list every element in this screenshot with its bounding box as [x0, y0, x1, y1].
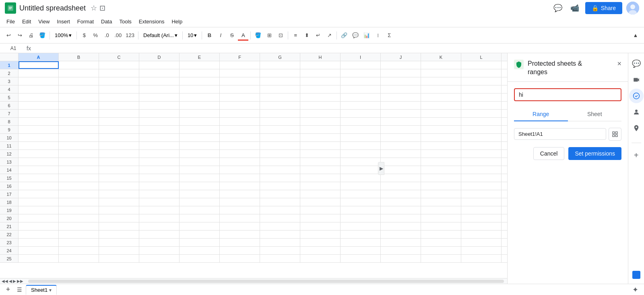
- cell-H9[interactable]: [300, 126, 341, 133]
- cell-C19[interactable]: [99, 206, 139, 214]
- fill-color-button[interactable]: 🪣: [253, 30, 263, 41]
- cell-F3[interactable]: [220, 77, 260, 85]
- row-number[interactable]: 2: [0, 69, 19, 77]
- cell-G12[interactable]: [260, 150, 300, 158]
- sidebar-maps-icon[interactable]: [629, 121, 644, 135]
- cell-F13[interactable]: [220, 158, 260, 166]
- filter-button[interactable]: ⫶: [373, 30, 383, 41]
- cell-D3[interactable]: [139, 77, 180, 85]
- cell-G2[interactable]: [260, 69, 300, 77]
- cell-A10[interactable]: [19, 134, 59, 141]
- cell-F16[interactable]: [220, 182, 260, 190]
- sidebar-add-icon[interactable]: +: [629, 148, 644, 162]
- cell-A4[interactable]: [19, 85, 59, 93]
- cell-I7[interactable]: [341, 110, 381, 117]
- col-header-j[interactable]: J: [381, 53, 421, 61]
- cell-H16[interactable]: [300, 182, 341, 190]
- cell-reference-input[interactable]: [3, 46, 23, 51]
- cell-H5[interactable]: [300, 93, 341, 101]
- cell-K20[interactable]: [421, 214, 461, 222]
- text-rotate-button[interactable]: ↗: [324, 30, 334, 41]
- cell-L22[interactable]: [461, 231, 502, 238]
- cell-G1[interactable]: [260, 61, 300, 69]
- sidebar-tasks-icon[interactable]: [629, 89, 644, 103]
- cell-L12[interactable]: [461, 150, 502, 158]
- cell-F5[interactable]: [220, 93, 260, 101]
- row-number[interactable]: 11: [0, 142, 19, 150]
- cell-E18[interactable]: [180, 198, 220, 206]
- nav-arrow-next[interactable]: ▶: [13, 279, 16, 283]
- cell-I22[interactable]: [341, 231, 381, 238]
- cell-G7[interactable]: [260, 110, 300, 117]
- cell-A25[interactable]: [19, 255, 59, 262]
- sidebar-meet-icon[interactable]: [629, 73, 644, 87]
- meet-icon[interactable]: 📹: [568, 2, 581, 15]
- cell-K22[interactable]: [421, 231, 461, 238]
- cell-D19[interactable]: [139, 206, 180, 214]
- cell-G16[interactable]: [260, 182, 300, 190]
- cell-L16[interactable]: [461, 182, 502, 190]
- col-header-e[interactable]: E: [180, 53, 220, 61]
- cell-G20[interactable]: [260, 214, 300, 222]
- sidebar-chat-icon[interactable]: 💬: [629, 56, 644, 71]
- cell-K12[interactable]: [421, 150, 461, 158]
- cell-A22[interactable]: [19, 231, 59, 238]
- menu-file[interactable]: File: [3, 17, 18, 26]
- cell-J7[interactable]: [381, 110, 421, 117]
- cell-D12[interactable]: [139, 150, 180, 158]
- avatar[interactable]: [626, 2, 639, 15]
- cell-H23[interactable]: [300, 239, 341, 246]
- cell-K17[interactable]: [421, 190, 461, 198]
- cell-E6[interactable]: [180, 102, 220, 109]
- cell-B3[interactable]: [59, 77, 99, 85]
- percent-button[interactable]: %: [90, 30, 101, 41]
- menu-view[interactable]: View: [35, 17, 53, 26]
- cell-A3[interactable]: [19, 77, 59, 85]
- row-number[interactable]: 10: [0, 134, 19, 141]
- cell-A17[interactable]: [19, 190, 59, 198]
- row-number[interactable]: 14: [0, 166, 19, 174]
- cell-J1[interactable]: [381, 61, 421, 69]
- cell-I6[interactable]: [341, 102, 381, 109]
- cell-G21[interactable]: [260, 222, 300, 230]
- cell-F20[interactable]: [220, 214, 260, 222]
- cell-C15[interactable]: [99, 174, 139, 182]
- cell-D7[interactable]: [139, 110, 180, 117]
- cell-F17[interactable]: [220, 190, 260, 198]
- cell-F15[interactable]: [220, 174, 260, 182]
- cell-J18[interactable]: [381, 198, 421, 206]
- row-number[interactable]: 19: [0, 206, 19, 214]
- cell-L3[interactable]: [461, 77, 502, 85]
- cell-A5[interactable]: [19, 93, 59, 101]
- cell-F24[interactable]: [220, 247, 260, 254]
- cell-I14[interactable]: [341, 166, 381, 174]
- cell-K3[interactable]: [421, 77, 461, 85]
- cell-L25[interactable]: [461, 255, 502, 262]
- cell-A2[interactable]: [19, 69, 59, 77]
- cell-D17[interactable]: [139, 190, 180, 198]
- cell-K14[interactable]: [421, 166, 461, 174]
- font-size-dropdown[interactable]: 10 ▾: [185, 30, 200, 41]
- menu-tools[interactable]: Tools: [116, 17, 134, 26]
- cell-L2[interactable]: [461, 69, 502, 77]
- cell-G6[interactable]: [260, 102, 300, 109]
- strikethrough-button[interactable]: S: [227, 30, 237, 41]
- cell-H13[interactable]: [300, 158, 341, 166]
- row-number[interactable]: 12: [0, 150, 19, 158]
- cell-I23[interactable]: [341, 239, 381, 246]
- cell-C4[interactable]: [99, 85, 139, 93]
- cell-B15[interactable]: [59, 174, 99, 182]
- row-number[interactable]: 7: [0, 110, 19, 117]
- cell-F2[interactable]: [220, 69, 260, 77]
- formula-input[interactable]: [34, 45, 641, 51]
- cell-A16[interactable]: [19, 182, 59, 190]
- cell-B23[interactable]: [59, 239, 99, 246]
- cell-K10[interactable]: [421, 134, 461, 141]
- cell-K4[interactable]: [421, 85, 461, 93]
- cell-G10[interactable]: [260, 134, 300, 141]
- row-number[interactable]: 5: [0, 93, 19, 101]
- cell-L1[interactable]: [461, 61, 502, 69]
- cell-E7[interactable]: [180, 110, 220, 117]
- row-number[interactable]: 6: [0, 102, 19, 109]
- cell-I9[interactable]: [341, 126, 381, 133]
